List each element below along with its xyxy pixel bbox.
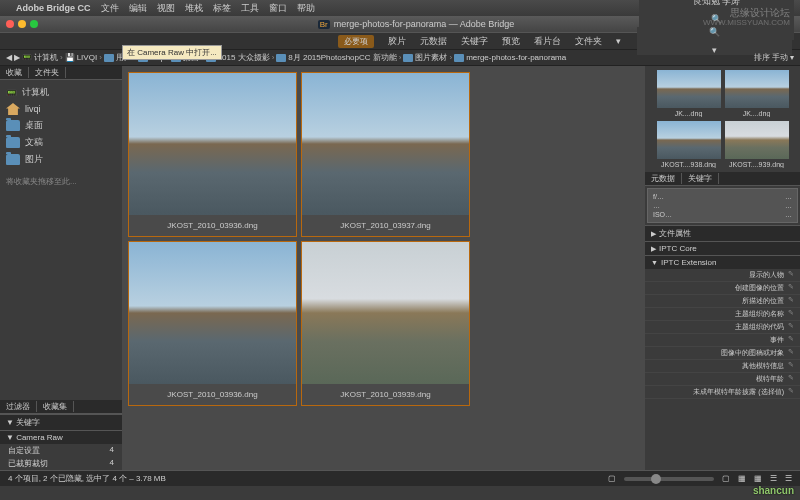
edit-icon: ✎ [788, 296, 794, 306]
thumbnail[interactable]: JKOST_2010_03936.dng [128, 241, 297, 406]
workspace-filmstrip[interactable]: 胶片 [388, 35, 406, 48]
workspace-keywords[interactable]: 关键字 [461, 35, 488, 48]
watermark-logo: shancun [753, 485, 794, 496]
preview-thumb[interactable]: JK....dng [725, 70, 789, 117]
minimize-icon[interactable] [18, 20, 26, 28]
thumbnail[interactable]: JKOST_2010_03939.dng [301, 241, 470, 406]
menu-label[interactable]: 标签 [213, 2, 231, 15]
thumbnail-caption: JKOST_2010_03939.dng [302, 384, 469, 405]
workspace-essentials[interactable]: 必要项 [338, 35, 374, 48]
thumbnail[interactable]: JKOST_2010_03936.dng [128, 72, 297, 237]
workspace-preview[interactable]: 预览 [502, 35, 520, 48]
metadata-summary: f/…… …… ISO…… [647, 188, 798, 223]
traffic-lights [6, 20, 38, 28]
preview-thumb[interactable]: JK....dng [657, 70, 721, 117]
thumbnail[interactable]: JKOST_2010_03937.dng [301, 72, 470, 237]
section-iptc-core[interactable]: ▶IPTC Core [645, 241, 800, 255]
view-list-icon[interactable]: ☰ [770, 474, 777, 483]
workspace-lighttable[interactable]: 看片台 [534, 35, 561, 48]
edit-icon: ✎ [788, 387, 794, 397]
tab-metadata[interactable]: 元数据 [645, 173, 682, 184]
tab-folders[interactable]: 文件夹 [29, 67, 66, 78]
iptc-prop[interactable]: 其他模特信息✎ [645, 360, 800, 373]
crumb-drive[interactable]: 💾 LIVQI [65, 53, 97, 62]
workspace-more-icon[interactable]: ▾ [616, 36, 621, 46]
thumbnail-image [129, 242, 296, 384]
watermark-line2: WWW.MISSYUAN.COM [703, 18, 790, 27]
view-detail-icon[interactable]: ☰ [785, 474, 792, 483]
camera-raw-tooltip: 在 Camera Raw 中打开... [122, 45, 222, 60]
crumb-computer[interactable]: 📟 计算机 [22, 52, 58, 63]
fav-computer[interactable]: 📟计算机 [6, 84, 116, 101]
filter-cameraraw-header[interactable]: ▼ Camera Raw [0, 430, 122, 444]
status-text: 4 个项目, 2 个已隐藏, 选中了 4 个 – 3.78 MB [8, 473, 166, 484]
computer-icon: 📟 [6, 88, 17, 98]
section-file-props[interactable]: ▶文件属性 [645, 225, 800, 241]
crumb-8[interactable]: merge-photos-for-panorama [454, 53, 566, 62]
filter-row-custom[interactable]: 自定设置4 [0, 444, 122, 457]
favorites-tabs: 收藏 文件夹 [0, 66, 122, 80]
workspace-toolbar: 必要项 胶片 元数据 关键字 预览 看片台 文件夹 ▾ 🔍 ▾ [0, 32, 800, 50]
fav-documents[interactable]: 文稿 [6, 134, 116, 151]
sort-dropdown[interactable]: 排序 手动 ▾ [754, 52, 794, 63]
thumbnail-size-slider[interactable] [624, 477, 714, 481]
nav-forward-icon[interactable]: ▶ [14, 53, 20, 62]
app-name[interactable]: Adobe Bridge CC [16, 3, 91, 13]
window-title: merge-photos-for-panorama — Adobe Bridge [334, 19, 515, 29]
iptc-prop[interactable]: 图像中的图稿或对象✎ [645, 347, 800, 360]
edit-icon: ✎ [788, 374, 794, 384]
folder-icon [6, 137, 20, 148]
close-icon[interactable] [6, 20, 14, 28]
menu-view[interactable]: 视图 [157, 2, 175, 15]
iptc-prop[interactable]: 模特年龄✎ [645, 373, 800, 386]
iptc-prop[interactable]: 事件✎ [645, 334, 800, 347]
zoom-out-icon[interactable]: ▢ [608, 474, 616, 483]
filter-keywords-header[interactable]: ▼ 关键字 [0, 414, 122, 430]
tab-keywords[interactable]: 关键字 [682, 173, 719, 184]
view-lock-icon[interactable]: ▦ [754, 474, 762, 483]
crumb-7[interactable]: 图片素材 [403, 52, 447, 63]
zoom-icon[interactable] [30, 20, 38, 28]
filter-row-cropped[interactable]: 已裁剪裁切4 [0, 457, 122, 470]
thumbnail-caption: JKOST_2010_03937.dng [302, 215, 469, 236]
iptc-prop[interactable]: 主题组织的代码✎ [645, 321, 800, 334]
view-grid-icon[interactable]: ▦ [738, 474, 746, 483]
menu-help[interactable]: 帮助 [297, 2, 315, 15]
crumb-6[interactable]: 8月 2015PhotoshopCC 新功能 [276, 52, 397, 63]
thumbnail-image [302, 73, 469, 215]
edit-icon: ✎ [788, 283, 794, 293]
thumbnail-caption: JKOST_2010_03936.dng [129, 384, 296, 405]
edit-icon: ✎ [788, 322, 794, 332]
iptc-prop[interactable]: 所描述的位置✎ [645, 295, 800, 308]
tab-collections[interactable]: 收藏集 [37, 401, 74, 412]
tab-filter[interactable]: 过滤器 [0, 401, 37, 412]
toolbar-chevron-icon[interactable]: ▾ [712, 45, 717, 55]
workspace-metadata[interactable]: 元数据 [420, 35, 447, 48]
iptc-ext-list: 显示的人物✎ 创建图像的位置✎ 所描述的位置✎ 主题组织的名称✎ 主题组织的代码… [645, 269, 800, 399]
fav-desktop[interactable]: 桌面 [6, 117, 116, 134]
tab-favorites[interactable]: 收藏 [0, 67, 29, 78]
iptc-prop[interactable]: 主题组织的名称✎ [645, 308, 800, 321]
menu-tools[interactable]: 工具 [241, 2, 259, 15]
iptc-prop[interactable]: 显示的人物✎ [645, 269, 800, 282]
status-bar: 4 个项目, 2 个已隐藏, 选中了 4 个 – 3.78 MB ▢ ▢ ▦ ▦… [0, 470, 800, 486]
right-panel: JK....dng JK....dng JKOST....938.dng JKO… [645, 66, 800, 470]
search-icon[interactable]: 🔍 [709, 27, 720, 37]
workspace-folders[interactable]: 文件夹 [575, 35, 602, 48]
left-panel: 收藏 文件夹 📟计算机 livqi 桌面 文稿 图片 将收藏夹拖移至此... 过… [0, 66, 122, 470]
thumbnail-caption: JKOST_2010_03936.dng [129, 215, 296, 236]
fav-pictures[interactable]: 图片 [6, 151, 116, 168]
menu-edit[interactable]: 编辑 [129, 2, 147, 15]
folder-icon [6, 154, 20, 165]
section-iptc-ext[interactable]: ▼IPTC Extension [645, 255, 800, 269]
preview-thumb[interactable]: JKOST....938.dng [657, 121, 721, 168]
menu-file[interactable]: 文件 [101, 2, 119, 15]
fav-home[interactable]: livqi [6, 101, 116, 117]
iptc-prop[interactable]: 创建图像的位置✎ [645, 282, 800, 295]
nav-back-icon[interactable]: ◀ [6, 53, 12, 62]
zoom-in-icon[interactable]: ▢ [722, 474, 730, 483]
menu-window[interactable]: 窗口 [269, 2, 287, 15]
menu-stack[interactable]: 堆栈 [185, 2, 203, 15]
iptc-prop[interactable]: 未成年模特年龄披露 (选择值)✎ [645, 386, 800, 399]
preview-thumb[interactable]: JKOST....939.dng [725, 121, 789, 168]
